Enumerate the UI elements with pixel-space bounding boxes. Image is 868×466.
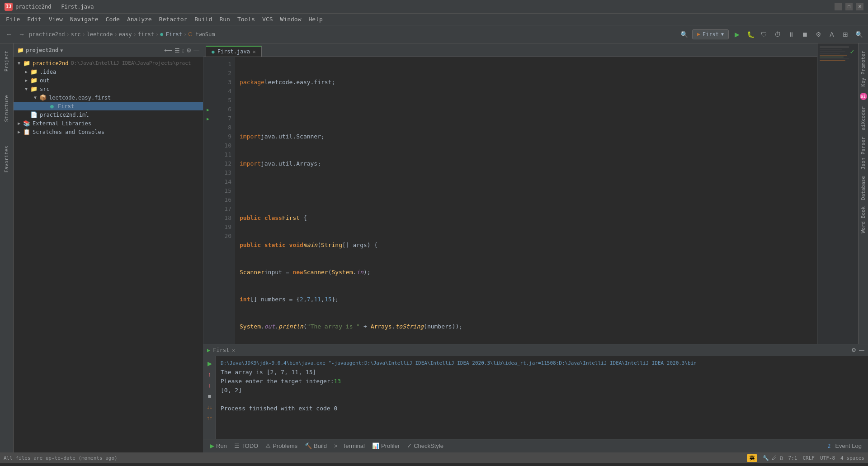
code-editor[interactable]: ▶ ▶ @ [203, 57, 817, 344]
minimize-button[interactable]: — [835, 3, 842, 10]
scroll-up-button[interactable]: ↑↑ [205, 413, 214, 422]
tree-scratches[interactable]: ▶ 📋 Scratches and Consoles [14, 128, 203, 136]
menu-analyze[interactable]: Analyze [123, 15, 156, 24]
gutter-6[interactable]: ▶ [203, 105, 212, 114]
menu-navigate[interactable]: Navigate [66, 15, 102, 24]
package-toggle[interactable]: ▼ [32, 95, 39, 100]
json-parser-tab[interactable]: Json Parser [859, 134, 868, 172]
tab-first-java[interactable]: ● First.java ✕ [206, 46, 262, 57]
zoom-button[interactable]: 🔍 [854, 29, 864, 40]
key-promoter-tab[interactable]: Key Promoter [859, 48, 868, 89]
more-actions-button[interactable]: ⚙ [813, 29, 824, 40]
database-tab[interactable]: Database [859, 173, 868, 203]
tree-out[interactable]: ▶ 📁 out [14, 76, 203, 85]
src-toggle[interactable]: ▼ [23, 86, 30, 91]
back-button[interactable]: ← [4, 29, 14, 40]
encoding[interactable]: UTF-8 [820, 455, 835, 461]
project-tab[interactable]: Project [2, 48, 11, 74]
ime-indicator[interactable]: 英 [747, 454, 757, 462]
app-logo: IJ [5, 3, 13, 11]
coverage-button[interactable]: 🛡 [759, 29, 769, 40]
stop-process-square[interactable]: ■ [205, 391, 214, 400]
stop-button[interactable]: ⏹ [799, 29, 810, 40]
profile-button[interactable]: ⏱ [772, 29, 783, 40]
run-settings-button[interactable]: ⚙ [851, 347, 856, 353]
build-action-tab[interactable]: 🔨 Build [302, 442, 330, 450]
stop-process-button-up[interactable]: ↑ [205, 370, 214, 379]
file-tree: ▼ 📁 practice2nd D:\Java\IntelliJ IDEA\Ja… [14, 57, 203, 449]
todo-action-tab[interactable]: ☰ TODO [231, 442, 261, 450]
structure-tab[interactable]: Structure [2, 92, 11, 125]
menu-view[interactable]: View [45, 15, 66, 24]
tree-package[interactable]: ▼ 📦 leetcode.easy.first [14, 93, 203, 102]
favorites-tab[interactable]: Favorites [2, 143, 11, 176]
breadcrumb-method[interactable]: twoSum [195, 31, 215, 38]
checkstyle-action-tab[interactable]: ✓ CheckStyle [404, 442, 446, 450]
scratches-toggle[interactable]: ▶ [15, 129, 23, 134]
menu-edit[interactable]: Edit [24, 15, 45, 24]
menu-refactor[interactable]: Refactor [156, 15, 191, 24]
debug-button[interactable]: 🐛 [745, 29, 756, 40]
gutter-7[interactable]: ▶ [203, 114, 212, 123]
expand-all-button[interactable]: ☰ [175, 47, 180, 54]
collapse-all-button[interactable]: ⟵ [164, 47, 173, 54]
breadcrumb-easy[interactable]: easy [119, 31, 132, 38]
menu-run[interactable]: Run [216, 15, 233, 24]
event-log-button[interactable]: Event Log [832, 442, 864, 450]
pause-button[interactable]: ⏸ [786, 29, 797, 40]
indent-info[interactable]: 4 spaces [840, 455, 864, 461]
run-button[interactable]: ▶ [731, 29, 742, 40]
idea-toggle[interactable]: ▶ [23, 69, 30, 74]
forward-button[interactable]: → [16, 29, 27, 40]
menu-tools[interactable]: Tools [234, 15, 259, 24]
translate-button[interactable]: A [826, 29, 837, 40]
extlibs-toggle[interactable]: ▶ [15, 121, 23, 126]
profiler-action-tab[interactable]: 📊 Profiler [369, 442, 402, 450]
breadcrumb-class[interactable]: First [166, 31, 182, 38]
close-button[interactable]: ✕ [856, 3, 863, 10]
tree-iml[interactable]: 📄 practice2nd.iml [14, 110, 203, 119]
terminal-action-tab[interactable]: >_ Terminal [331, 442, 368, 450]
menu-code[interactable]: Code [102, 15, 123, 24]
layout-button[interactable]: ⊞ [840, 29, 851, 40]
line-separator[interactable]: CRLF [802, 455, 815, 461]
terminal-tab-icon: >_ [334, 442, 341, 449]
maximize-button[interactable]: □ [845, 3, 853, 10]
code-content[interactable]: package leetcode.easy.first; import java… [235, 57, 817, 344]
run-configuration[interactable]: ▶ First ▼ [692, 29, 729, 39]
problems-action-tab[interactable]: ⚠ Problems [263, 442, 300, 450]
minimize-panel-button[interactable]: — [193, 47, 199, 54]
rerun-button[interactable]: ▶ [205, 359, 214, 368]
event-count-badge[interactable]: 2 [827, 443, 830, 449]
breadcrumb-project[interactable]: practice2nd [29, 31, 65, 38]
word-book-tab[interactable]: Word Book [859, 204, 868, 236]
aicoder-badge: ai [860, 93, 867, 100]
breadcrumb-leetcode[interactable]: leetcode [87, 31, 113, 38]
tree-first-class[interactable]: ● First [14, 102, 203, 110]
window-controls[interactable]: — □ ✕ [835, 3, 863, 10]
run-action-tab[interactable]: ▶ Run [207, 442, 230, 450]
tree-root[interactable]: ▼ 📁 practice2nd D:\Java\IntelliJ IDEA\Ja… [14, 59, 203, 67]
menu-build[interactable]: Build [191, 15, 216, 24]
settings-button[interactable]: ⚙ [186, 47, 192, 54]
run-minimize-button[interactable]: — [859, 347, 864, 353]
out-toggle[interactable]: ▶ [23, 78, 30, 83]
tree-ext-libs[interactable]: ▶ 📚 External Libraries [14, 119, 203, 128]
tab-close-button[interactable]: ✕ [253, 49, 256, 55]
run-tab-close[interactable]: ✕ [232, 347, 235, 353]
breadcrumb-first[interactable]: first [138, 31, 154, 38]
menu-help[interactable]: Help [305, 15, 326, 24]
titlebar: IJ practice2nd - First.java — □ ✕ [0, 0, 868, 14]
tree-idea[interactable]: ▶ 📁 .idea [14, 67, 203, 76]
tree-src[interactable]: ▼ 📁 src [14, 85, 203, 93]
menu-vcs[interactable]: VCS [259, 15, 276, 24]
menu-window[interactable]: Window [277, 15, 305, 24]
search-everywhere-button[interactable]: 🔍 [679, 29, 689, 40]
menu-file[interactable]: File [2, 15, 24, 24]
scroll-down-button[interactable]: ↓↓ [205, 402, 214, 411]
breadcrumb-src[interactable]: src [71, 31, 81, 38]
aicoder-tab[interactable]: aiXcoder [859, 104, 868, 133]
sort-button[interactable]: ↕ [182, 47, 185, 54]
root-toggle[interactable]: ▼ [15, 61, 23, 66]
stop-process-button-down[interactable]: ↓ [205, 380, 214, 390]
